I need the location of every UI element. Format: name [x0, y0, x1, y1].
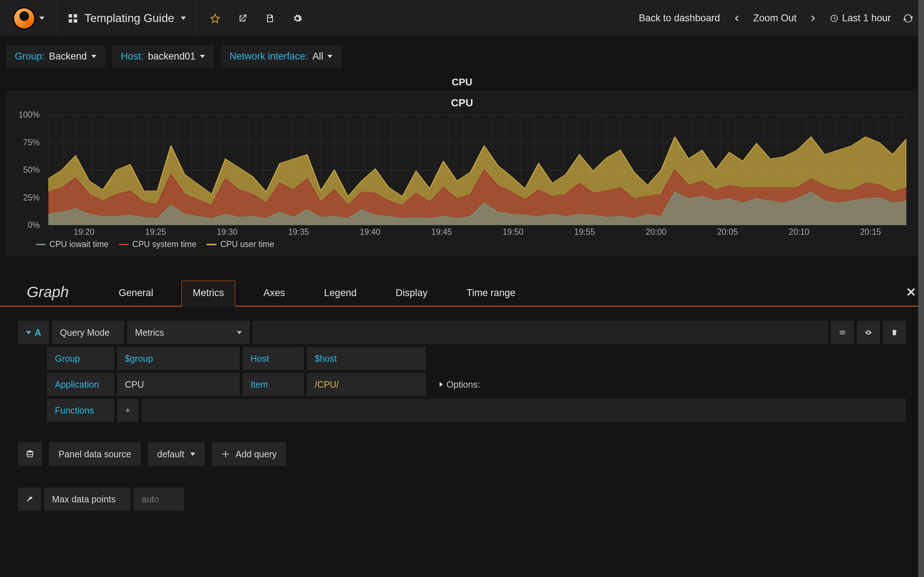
query-menu-button[interactable]: [831, 321, 854, 344]
share-icon[interactable]: [237, 13, 247, 23]
max-data-points-placeholder: auto: [142, 494, 159, 504]
query-editor: A Query Mode Metrics Group $group Host $…: [0, 306, 924, 422]
scrollbar[interactable]: [918, 0, 924, 577]
wrench-icon: [26, 495, 33, 503]
tab-legend[interactable]: Legend: [313, 281, 367, 306]
back-to-dashboard-link[interactable]: Back to dashboard: [639, 13, 720, 24]
template-variable-row: Group: Backend Host: backend01 Network i…: [0, 37, 924, 71]
var-host[interactable]: Host: backend01: [113, 45, 213, 68]
legend-item[interactable]: CPU iowait time: [36, 239, 109, 249]
datasource-row: Panel data source default Add query: [0, 425, 924, 466]
var-host-value: backend01: [148, 51, 195, 62]
panel-datasource-value: default: [157, 449, 184, 459]
query-letter-toggle[interactable]: A: [18, 321, 49, 344]
var-netif-value: All: [312, 51, 323, 62]
legend-label: CPU system time: [132, 239, 197, 249]
field-application-value: CPU: [125, 379, 144, 390]
dashboard-title: Templating Guide: [84, 11, 174, 25]
chart-area: 0%25%50%75%100% 19:2019:2519:3019:3519:4…: [7, 110, 917, 237]
chevron-down-icon: [190, 453, 195, 456]
query-options-button[interactable]: [18, 488, 41, 511]
chevron-down-icon: [91, 55, 96, 58]
chevron-right-icon[interactable]: [809, 14, 817, 23]
max-data-points-input[interactable]: auto: [134, 488, 184, 511]
field-application-label: Application: [47, 373, 114, 396]
panel-datasource-label: Panel data source: [49, 442, 141, 466]
legend-swatch: [207, 244, 216, 245]
topbar-right: Back to dashboard Zoom Out Last 1 hour: [628, 13, 924, 24]
query-mode-select[interactable]: Metrics: [127, 321, 250, 344]
graph-panel[interactable]: CPU 0%25%50%75%100% 19:2019:2519:3019:35…: [6, 92, 918, 255]
x-axis-labels: 19:2019:2519:3019:3519:4019:4519:5019:55…: [48, 226, 906, 237]
chevron-right-icon: [439, 382, 443, 387]
time-range-label: Last 1 hour: [842, 13, 891, 24]
chevron-down-icon: [181, 16, 186, 20]
options-label: Options:: [446, 379, 480, 390]
trash-icon: [891, 328, 898, 337]
svg-rect-3: [74, 19, 77, 23]
field-item-value: /CPU/: [315, 379, 339, 390]
dashboard-grid-icon: [68, 13, 78, 23]
add-query-button[interactable]: Add query: [212, 442, 286, 466]
chevron-down-icon: [237, 331, 242, 334]
row-title: CPU: [6, 75, 918, 92]
panel-datasource-select[interactable]: default: [148, 442, 205, 466]
legend-swatch: [119, 244, 129, 245]
legend-item[interactable]: CPU system time: [119, 239, 197, 249]
options-toggle[interactable]: Options:: [429, 373, 488, 396]
query-visibility-button[interactable]: [857, 321, 880, 344]
max-data-points-row: Max data points auto: [0, 466, 924, 511]
var-group[interactable]: Group: Backend: [6, 45, 105, 68]
legend-swatch: [36, 244, 46, 245]
clock-icon: [830, 14, 838, 23]
legend-label: CPU iowait time: [50, 239, 109, 249]
datasource-icon-button[interactable]: [18, 442, 42, 466]
logo-menu[interactable]: [0, 0, 57, 36]
field-application-input[interactable]: CPU: [117, 373, 240, 396]
field-item-input[interactable]: /CPU/: [307, 373, 426, 396]
add-function-button[interactable]: [117, 399, 139, 422]
tab-time-range[interactable]: Time range: [456, 281, 526, 306]
svg-rect-0: [69, 14, 72, 17]
chart-plot: [48, 115, 906, 225]
field-host-input[interactable]: $host: [307, 347, 426, 370]
query-letter: A: [35, 327, 41, 338]
chevron-down-icon: [200, 55, 205, 58]
star-icon[interactable]: [210, 13, 220, 23]
close-editor-button[interactable]: ✕: [906, 285, 916, 299]
y-axis-labels: 0%25%50%75%100%: [7, 115, 45, 225]
tab-metrics[interactable]: Metrics: [181, 280, 235, 306]
zoom-out-button[interactable]: Zoom Out: [753, 13, 796, 24]
query-mode-value: Metrics: [135, 327, 164, 338]
query-delete-button[interactable]: [883, 321, 906, 344]
var-group-label: Group:: [15, 51, 45, 62]
tab-display[interactable]: Display: [385, 281, 439, 306]
legend: CPU iowait time CPU system time CPU user…: [7, 237, 917, 255]
hamburger-icon: [839, 328, 846, 337]
panel-editor-tabs: Graph General Metrics Axes Legend Displa…: [0, 280, 924, 306]
plus-icon: [221, 450, 230, 458]
var-host-label: Host:: [121, 51, 144, 62]
functions-spacer: [142, 399, 906, 422]
tab-general[interactable]: General: [108, 281, 164, 306]
add-query-label: Add query: [236, 449, 277, 459]
gear-icon[interactable]: [292, 13, 302, 23]
field-item-label: Item: [242, 373, 304, 396]
time-picker[interactable]: Last 1 hour: [830, 13, 891, 24]
save-icon[interactable]: [265, 13, 275, 23]
query-spacer: [253, 321, 828, 344]
grafana-logo-icon: [13, 7, 36, 30]
top-nav: Templating Guide Back to dashboard Zoom …: [0, 0, 924, 37]
eye-icon: [865, 328, 872, 337]
chevron-down-icon: [39, 16, 44, 20]
tab-axes[interactable]: Axes: [253, 281, 296, 306]
dashboard-picker[interactable]: Templating Guide: [57, 0, 197, 36]
svg-point-5: [27, 450, 33, 453]
legend-item[interactable]: CPU user time: [207, 239, 274, 249]
chevron-left-icon[interactable]: [732, 14, 741, 23]
refresh-icon[interactable]: [903, 13, 913, 23]
chevron-down-icon: [26, 331, 31, 334]
field-group-input[interactable]: $group: [117, 347, 240, 370]
chevron-down-icon: [327, 55, 333, 58]
var-network-interface[interactable]: Network interface: All: [221, 45, 341, 68]
